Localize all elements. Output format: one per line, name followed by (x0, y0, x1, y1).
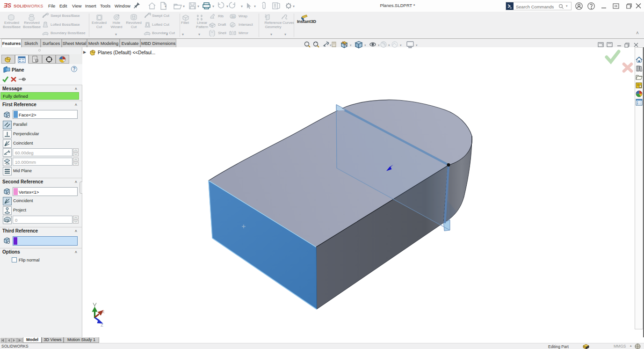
svg-text:▾: ▾ (293, 4, 295, 8)
svg-text:▾: ▾ (254, 4, 256, 8)
svg-text:X: X (102, 309, 105, 314)
svg-text:▾: ▾ (241, 4, 243, 8)
svg-text:▾: ▾ (197, 4, 199, 8)
svg-text:▾: ▾ (416, 44, 418, 47)
svg-text:▾: ▾ (350, 44, 352, 47)
svg-text:▾: ▾ (212, 4, 214, 8)
svg-text:Z: Z (101, 322, 103, 327)
svg-text:▾: ▾ (378, 44, 380, 47)
svg-text:▾: ▾ (330, 44, 332, 47)
svg-text:▾: ▾ (388, 44, 390, 47)
svg-text:▾: ▾ (400, 44, 402, 47)
svg-text:▾: ▾ (165, 4, 166, 8)
svg-text:3d: 3d (231, 15, 235, 18)
svg-text:D1: D1 (6, 162, 10, 165)
svg-text:▾: ▾ (183, 4, 185, 8)
svg-text:▾: ▾ (364, 44, 366, 47)
svg-text:▾: ▾ (226, 4, 228, 8)
